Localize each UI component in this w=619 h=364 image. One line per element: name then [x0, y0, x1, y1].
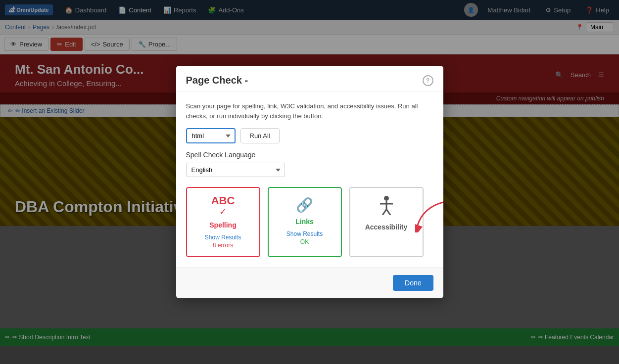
abc-text: ABC	[194, 195, 252, 206]
links-show-results[interactable]: Show Results	[276, 230, 333, 237]
links-icon: 🔗	[276, 195, 333, 214]
spelling-label: Spelling	[194, 221, 252, 229]
done-button[interactable]: Done	[393, 275, 433, 291]
format-row: html xml pdf Run All	[186, 128, 433, 143]
spell-check-label: Spell Check Language	[186, 151, 433, 159]
language-select[interactable]: English Spanish French German	[186, 163, 285, 177]
run-all-button[interactable]: Run All	[240, 128, 280, 143]
modal-overlay: Page Check - ? Scan your page for spelli…	[0, 0, 619, 364]
spelling-icon: ABC ✓	[194, 195, 252, 217]
links-status: OK	[300, 238, 309, 245]
svg-line-4	[386, 209, 390, 215]
spelling-show-results[interactable]: Show Results	[194, 234, 252, 241]
modal-help-button[interactable]: ?	[423, 75, 433, 86]
red-arrow-indicator	[415, 198, 443, 232]
links-card[interactable]: 🔗 Links Show Results OK	[268, 187, 342, 257]
check-mark: ✓	[194, 206, 252, 217]
accessibility-card[interactable]: Accessibility	[349, 187, 424, 257]
modal-title: Page Check -	[186, 75, 248, 86]
link-chain-icon: 🔗	[296, 197, 313, 213]
svg-line-3	[382, 209, 386, 215]
modal-description: Scan your page for spelling, link, W3C v…	[186, 101, 433, 121]
modal-footer: Done	[176, 267, 443, 298]
spelling-card[interactable]: ABC ✓ Spelling Show Results 8 errors	[186, 187, 260, 257]
page-check-modal: Page Check - ? Scan your page for spelli…	[176, 66, 443, 298]
spell-check-section: Spell Check Language English Spanish Fre…	[186, 151, 433, 177]
spelling-status: 8 errors	[213, 242, 233, 249]
links-label: Links	[276, 218, 333, 226]
accessibility-label: Accessibility	[358, 223, 415, 231]
modal-body: Scan your page for spelling, link, W3C v…	[176, 91, 443, 267]
svg-point-0	[384, 196, 389, 201]
modal-header: Page Check - ?	[176, 66, 443, 91]
format-select[interactable]: html xml pdf	[186, 128, 236, 143]
accessibility-icon	[358, 195, 415, 219]
check-cards: ABC ✓ Spelling Show Results 8 errors 🔗 L…	[186, 187, 433, 257]
person-icon	[378, 195, 395, 215]
